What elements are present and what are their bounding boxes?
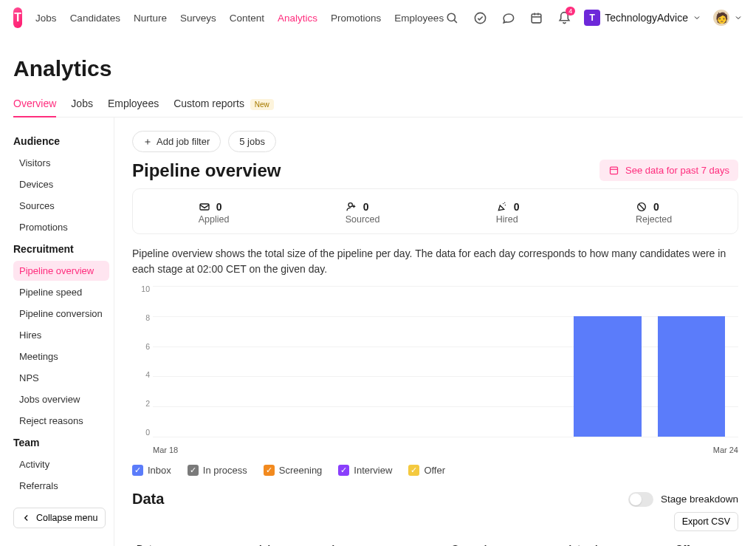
svg-point-2 [475,13,485,23]
stat-hired: 0 Hired [496,201,520,225]
new-badge: New [250,99,274,110]
col-screening[interactable]: Screening [447,536,564,546]
legend-label: Inbox [148,465,171,476]
stage-breakdown-toggle[interactable] [628,492,653,507]
svg-point-0 [447,13,455,21]
sidebar-item-reject-reasons[interactable]: Reject reasons [13,411,109,431]
col-interview[interactable]: Interview [565,536,671,546]
sidebar-item-visitors[interactable]: Visitors [13,153,109,173]
legend-in-process[interactable]: ✓In process [188,465,247,476]
data-table: Date▼ Inbox In process Screening Intervi… [132,536,738,546]
user-avatar: 🧑 [713,10,729,26]
sidebar-item-meetings[interactable]: Meetings [13,347,109,366]
ban-icon [636,201,647,213]
person-plus-icon [346,201,357,213]
tasks-icon[interactable] [472,10,488,26]
sidebar-item-jobs-overview[interactable]: Jobs overview [13,389,109,409]
primary-nav: Jobs Candidates Nurture Surveys Content … [35,13,444,24]
sidebar-item-pipeline-conversion[interactable]: Pipeline conversion [13,304,109,324]
tab-jobs[interactable]: Jobs [71,92,93,117]
stat-value: 0 [216,201,222,213]
celebrate-icon [496,201,508,213]
nav-surveys[interactable]: Surveys [180,13,216,24]
legend-offer[interactable]: ✓Offer [408,465,445,476]
tab-custom-reports[interactable]: Custom reports New [173,92,274,117]
y-tick: 0 [132,428,150,437]
x-tick: Mar 24 [713,446,738,454]
nav-content[interactable]: Content [230,13,264,24]
col-date[interactable]: Date▼ [132,536,255,546]
stat-value: 0 [514,201,520,213]
add-filter-label: Add job filter [157,136,210,147]
svg-line-17 [504,202,505,203]
col-offer[interactable]: Offer [671,536,738,546]
calendar-icon [608,165,619,176]
tab-overview[interactable]: Overview [13,92,56,117]
page-title: Analytics [13,56,743,81]
stat-value: 0 [363,201,369,213]
org-switcher[interactable]: T TechnologyAdvice [584,10,701,26]
nav-promotions[interactable]: Promotions [331,13,381,24]
messages-icon[interactable] [500,10,516,26]
analytics-tabs: Overview Jobs Employees Custom reports N… [13,92,743,117]
search-icon[interactable] [444,10,460,26]
notifications-icon[interactable]: 4 [556,10,572,26]
y-tick: 10 [132,284,150,293]
stat-label: Hired [496,214,520,225]
legend-inbox[interactable]: ✓Inbox [132,465,171,476]
collapse-icon [21,513,32,523]
chart-y-axis: 10 8 6 4 2 0 [132,284,150,437]
y-tick: 4 [132,370,150,379]
user-menu[interactable]: 🧑 [713,10,743,26]
app-logo[interactable]: T [13,7,22,28]
collapse-label: Collapse menu [36,513,97,523]
y-tick: 2 [132,399,150,408]
chart-bar [574,316,641,437]
tab-employees[interactable]: Employees [108,92,159,117]
calendar-icon[interactable] [528,10,544,26]
nav-jobs[interactable]: Jobs [35,13,57,24]
col-inbox[interactable]: Inbox [255,536,328,546]
date-range-label: See data for past 7 days [625,165,729,176]
nav-analytics[interactable]: Analytics [278,13,317,24]
sidebar-item-pipeline-speed[interactable]: Pipeline speed [13,282,109,302]
filter-bar: Add job filter 5 jobs [132,131,738,152]
y-tick: 6 [132,342,150,351]
add-job-filter-button[interactable]: Add job filter [132,131,221,152]
stage-breakdown-toggle-wrap: Stage breakdown [628,492,738,507]
legend-screening[interactable]: ✓Screening [264,465,323,476]
chart-x-axis: Mar 18 Mar 24 [153,441,738,454]
nav-employees[interactable]: Employees [394,13,444,24]
date-range-picker[interactable]: See data for past 7 days [599,160,738,181]
nav-nurture[interactable]: Nurture [134,13,167,24]
data-title: Data [132,491,164,508]
sidebar-item-referrals[interactable]: Referrals [13,476,109,496]
org-avatar: T [584,10,600,26]
sidebar-item-pipeline-overview[interactable]: Pipeline overview [13,261,109,281]
col-in-process[interactable]: In process [328,536,448,546]
export-csv-button[interactable]: Export CSV [674,512,738,531]
nav-candidates[interactable]: Candidates [70,13,120,24]
sidebar-item-hires[interactable]: Hires [13,325,109,345]
envelope-icon [199,201,210,213]
sidebar-item-sources[interactable]: Sources [13,196,109,216]
legend-interview[interactable]: ✓Interview [338,465,392,476]
sidebar-item-devices[interactable]: Devices [13,174,109,194]
x-tick: Mar 18 [153,446,178,454]
svg-line-1 [454,20,457,23]
top-nav: T Jobs Candidates Nurture Surveys Conten… [0,0,756,35]
stat-rejected: 0 Rejected [636,201,672,225]
svg-rect-9 [611,167,618,174]
sidebar-item-activity[interactable]: Activity [13,454,109,474]
svg-line-19 [639,204,644,209]
chevron-down-icon [693,13,701,22]
notification-badge: 4 [566,7,575,16]
sidebar-item-promotions[interactable]: Promotions [13,217,109,237]
stat-applied: 0 Applied [199,201,230,225]
sidebar-item-nps[interactable]: NPS [13,368,109,388]
collapse-sidebar-button[interactable]: Collapse menu [13,508,106,528]
job-count-pill[interactable]: 5 jobs [228,131,276,152]
stat-label: Rejected [636,214,672,225]
chart-legend: ✓Inbox ✓In process ✓Screening ✓Interview… [132,465,738,476]
stat-value: 0 [653,201,659,213]
